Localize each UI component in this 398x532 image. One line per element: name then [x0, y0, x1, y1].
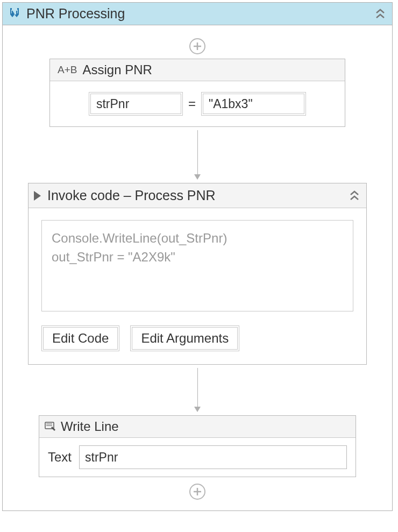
- edit-arguments-button[interactable]: Edit Arguments: [130, 325, 239, 351]
- code-preview[interactable]: Console.WriteLine(out_StrPnr) out_StrPnr…: [41, 220, 353, 311]
- collapse-icon[interactable]: [374, 8, 387, 20]
- write-line-icon: [45, 421, 56, 432]
- collapse-icon[interactable]: [348, 189, 361, 202]
- invoke-code-header[interactable]: Invoke code – Process PNR: [29, 183, 366, 208]
- add-activity-bottom-button[interactable]: [189, 484, 205, 500]
- assign-activity[interactable]: A+B Assign PNR strPnr = "A1bx3": [49, 59, 345, 127]
- assign-icon: A+B: [58, 64, 77, 76]
- assign-value-input[interactable]: "A1bx3": [201, 92, 306, 116]
- assign-title: Assign PNR: [82, 62, 152, 77]
- write-line-body: Text strPnr: [39, 438, 356, 477]
- assign-header[interactable]: A+B Assign PNR: [50, 59, 345, 81]
- edit-code-button[interactable]: Edit Code: [41, 325, 119, 351]
- write-line-title: Write Line: [61, 419, 119, 434]
- add-activity-top-button[interactable]: [189, 38, 205, 54]
- write-line-text-input[interactable]: strPnr: [79, 445, 347, 469]
- flow-arrow: [194, 130, 201, 180]
- sequence-title: PNR Processing: [26, 6, 374, 22]
- assign-to-input[interactable]: strPnr: [89, 92, 183, 116]
- sequence-icon: [7, 8, 22, 20]
- write-line-header[interactable]: Write Line: [39, 416, 356, 438]
- sequence-header[interactable]: PNR Processing: [3, 3, 392, 25]
- write-line-text-label: Text: [48, 450, 72, 465]
- invoke-code-body: Console.WriteLine(out_StrPnr) out_StrPnr…: [29, 208, 366, 364]
- sequence-body: A+B Assign PNR strPnr = "A1bx3" Invoke c…: [3, 25, 392, 510]
- svg-marker-2: [10, 15, 15, 17]
- svg-rect-1: [17, 8, 19, 10]
- assign-body: strPnr = "A1bx3": [50, 81, 345, 126]
- write-line-activity[interactable]: Write Line Text strPnr: [39, 415, 356, 477]
- equals-label: =: [187, 96, 197, 111]
- svg-marker-3: [15, 15, 19, 17]
- flow-arrow: [194, 368, 201, 412]
- expand-tri-icon[interactable]: [34, 191, 41, 201]
- invoke-code-title: Invoke code – Process PNR: [47, 188, 348, 203]
- invoke-code-activity[interactable]: Invoke code – Process PNR Console.WriteL…: [28, 183, 367, 365]
- sequence-activity[interactable]: PNR Processing A+B Assign PNR strPnr = "…: [2, 2, 393, 511]
- svg-rect-0: [10, 8, 12, 10]
